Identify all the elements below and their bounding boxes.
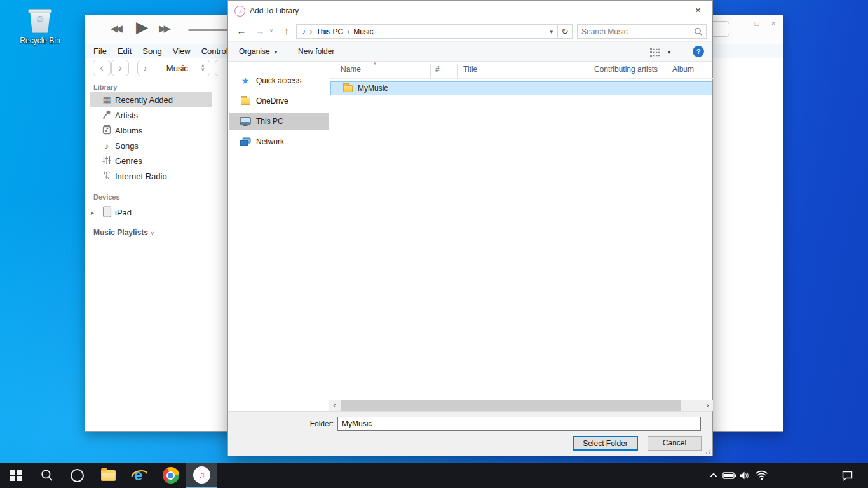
- sidebar-item-recently-added[interactable]: ▦ Recently Added: [90, 92, 212, 107]
- sidebar-item-ipad[interactable]: ▸ iPad: [85, 205, 212, 220]
- help-button[interactable]: ?: [693, 46, 704, 57]
- select-folder-button[interactable]: Select Folder: [573, 436, 638, 451]
- column-resize-handle[interactable]: [457, 64, 458, 78]
- organise-button[interactable]: Organise ▾: [239, 42, 277, 61]
- file-explorer-button[interactable]: [93, 463, 124, 488]
- column-resize-handle[interactable]: [430, 64, 431, 78]
- dialog-titlebar[interactable]: ♪ Add To Library: [228, 1, 712, 21]
- internet-explorer-button[interactable]: e: [124, 463, 155, 488]
- sidebar-item-label: Internet Radio: [115, 172, 167, 181]
- menu-edit[interactable]: Edit: [118, 46, 132, 56]
- pane-divider: [329, 62, 329, 411]
- album-icon: [100, 125, 113, 137]
- maximize-button[interactable]: □: [749, 17, 764, 30]
- menu-file[interactable]: File: [93, 46, 107, 56]
- dropdown-icon: ▾: [275, 50, 277, 55]
- address-dropdown-icon[interactable]: ▾: [550, 29, 553, 35]
- close-button[interactable]: ×: [766, 17, 781, 30]
- column-resize-handle[interactable]: [667, 64, 667, 78]
- battery-icon: [722, 470, 736, 480]
- sidebar-item-internet-radio[interactable]: Internet Radio: [85, 168, 212, 184]
- column-header-title[interactable]: Title: [463, 65, 477, 74]
- taskbar-search-button[interactable]: [31, 463, 62, 488]
- media-selector-value: Music: [154, 64, 201, 73]
- nav-pane-label: Network: [256, 137, 284, 146]
- start-button[interactable]: [0, 463, 31, 488]
- music-playlists-header[interactable]: Music Playlists ∨: [93, 228, 154, 237]
- dialog-close-button[interactable]: ×: [684, 1, 712, 20]
- internet-explorer-icon: e: [131, 467, 148, 484]
- expander-icon[interactable]: ▸: [91, 209, 94, 216]
- header-underline: [329, 78, 713, 79]
- genres-icon: [100, 155, 113, 167]
- play-button[interactable]: ▶: [136, 18, 148, 36]
- music-note-icon: ♪: [302, 27, 306, 36]
- fast-forward-button[interactable]: ▶▶: [159, 23, 168, 34]
- file-name: MyMusic: [358, 84, 388, 93]
- search-icon[interactable]: [694, 27, 703, 36]
- horizontal-scrollbar[interactable]: ‹ ›: [329, 400, 713, 411]
- sidebar-item-genres[interactable]: Genres: [85, 153, 212, 168]
- recycle-bin-desktop-icon[interactable]: ♲ Recycle Bin: [13, 8, 67, 45]
- sidebar-item-artists[interactable]: Artists: [85, 107, 212, 123]
- breadcrumb-this-pc[interactable]: This PC: [316, 27, 344, 36]
- action-center-button[interactable]: [839, 463, 855, 488]
- chrome-button[interactable]: [155, 463, 186, 488]
- star-icon: ★: [240, 76, 251, 86]
- view-dropdown-icon[interactable]: ▾: [668, 43, 671, 62]
- scrollbar-thumb[interactable]: [341, 400, 681, 411]
- cortana-button[interactable]: [62, 463, 93, 488]
- column-resize-handle[interactable]: [588, 64, 588, 78]
- address-bar[interactable]: ♪ › This PC › Music ▾: [296, 24, 558, 39]
- column-header-number[interactable]: #: [435, 65, 440, 74]
- nav-pane-label: OneDrive: [256, 97, 288, 105]
- nav-pane-network[interactable]: Network: [229, 133, 329, 150]
- itunes-taskbar-button[interactable]: ♫: [186, 463, 217, 488]
- microphone-icon: [100, 109, 113, 121]
- breadcrumb-music[interactable]: Music: [353, 27, 373, 36]
- sidebar-item-albums[interactable]: Albums: [85, 123, 212, 138]
- scroll-left-button[interactable]: ‹: [329, 400, 340, 411]
- resize-grip[interactable]: [705, 449, 710, 454]
- search-icon: [40, 468, 54, 482]
- volume-tray-icon[interactable]: [737, 463, 752, 488]
- forward-button[interactable]: →: [252, 24, 268, 39]
- history-forward-button[interactable]: ›: [111, 60, 129, 76]
- column-header-contributing-artists[interactable]: Contributing artists: [594, 65, 658, 74]
- nav-pane-this-pc[interactable]: This PC: [229, 113, 329, 130]
- nav-pane-quick-access[interactable]: ★ Quick access: [229, 72, 329, 89]
- nav-pane-onedrive[interactable]: OneDrive: [229, 93, 329, 109]
- column-header-album[interactable]: Album: [672, 65, 694, 74]
- nav-pane-label: This PC: [256, 117, 283, 126]
- nav-pane-label: Quick access: [256, 76, 301, 85]
- folder-name-input[interactable]: [337, 417, 701, 431]
- back-button[interactable]: ←: [234, 24, 249, 39]
- sidebar-item-label: iPad: [115, 208, 132, 217]
- recycle-bin-icon[interactable]: ♲: [27, 8, 53, 34]
- radio-antenna-icon: [100, 170, 113, 182]
- history-back-button[interactable]: ‹: [93, 60, 111, 76]
- wifi-tray-icon[interactable]: [754, 463, 769, 488]
- cancel-button[interactable]: Cancel: [648, 436, 702, 451]
- search-input[interactable]: [581, 25, 689, 37]
- bin-rim: [28, 9, 52, 13]
- recent-locations-chevron[interactable]: ∨: [266, 24, 276, 39]
- up-button[interactable]: ↑: [279, 24, 294, 39]
- file-row-mymusic[interactable]: MyMusic: [330, 81, 712, 95]
- battery-tray-icon[interactable]: [722, 463, 737, 488]
- scroll-right-button[interactable]: ›: [702, 400, 713, 411]
- menu-song[interactable]: Song: [142, 46, 161, 56]
- sidebar-item-songs[interactable]: ♪ Songs: [85, 138, 212, 153]
- media-type-selector[interactable]: ♪ Music ∧∨: [137, 60, 210, 76]
- menu-view[interactable]: View: [173, 46, 191, 56]
- column-header-name[interactable]: Name: [341, 65, 361, 74]
- onedrive-folder-icon: [240, 98, 251, 105]
- new-folder-button[interactable]: New folder: [298, 42, 334, 61]
- search-box[interactable]: [577, 24, 707, 39]
- refresh-button[interactable]: ↻: [558, 24, 573, 39]
- minimize-button[interactable]: –: [733, 17, 748, 30]
- crumb-separator-icon: ›: [347, 27, 349, 36]
- rewind-button[interactable]: ◀◀: [111, 23, 120, 34]
- details-view-icon[interactable]: [650, 48, 661, 58]
- show-hidden-icons-button[interactable]: [707, 463, 721, 488]
